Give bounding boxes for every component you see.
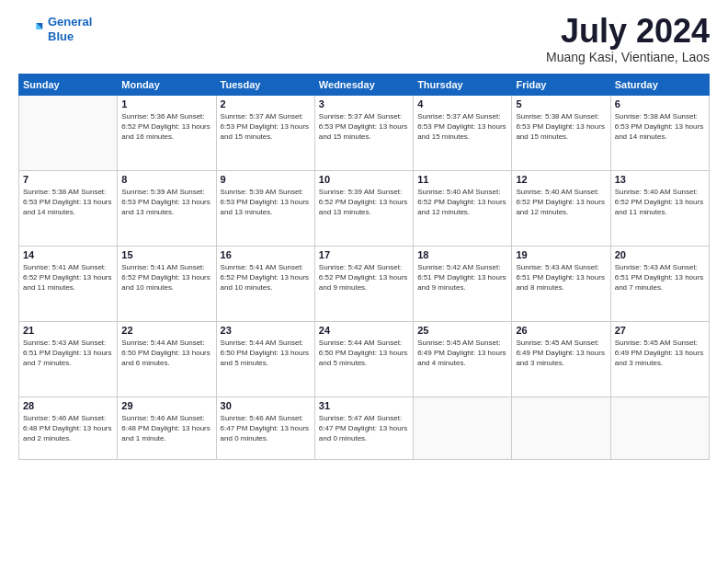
day-number: 12 [516, 174, 606, 185]
table-row: 17Sunrise: 5:42 AM Sunset: 6:52 PM Dayli… [314, 247, 413, 322]
day-number: 26 [516, 325, 606, 336]
logo-line1: General [48, 15, 92, 29]
day-info: Sunrise: 5:37 AM Sunset: 6:53 PM Dayligh… [221, 111, 311, 143]
day-number: 7 [23, 174, 113, 185]
table-row: 14Sunrise: 5:41 AM Sunset: 6:52 PM Dayli… [19, 247, 118, 322]
col-saturday: Saturday [610, 75, 709, 96]
day-info: Sunrise: 5:43 AM Sunset: 6:51 PM Dayligh… [516, 262, 606, 293]
day-info: Sunrise: 5:45 AM Sunset: 6:49 PM Dayligh… [516, 338, 606, 369]
table-row: 1Sunrise: 5:36 AM Sunset: 6:52 PM Daylig… [118, 96, 216, 171]
table-row: 18Sunrise: 5:42 AM Sunset: 6:51 PM Dayli… [414, 247, 512, 322]
day-number: 21 [23, 325, 113, 336]
day-number: 30 [221, 400, 311, 411]
day-number: 4 [417, 98, 507, 109]
table-row: 5Sunrise: 5:38 AM Sunset: 6:53 PM Daylig… [512, 96, 610, 171]
col-thursday: Thursday [414, 75, 512, 96]
day-info: Sunrise: 5:43 AM Sunset: 6:51 PM Dayligh… [23, 338, 113, 369]
day-number: 8 [121, 174, 211, 185]
day-number: 5 [516, 98, 606, 109]
day-number: 16 [221, 249, 311, 260]
table-row: 11Sunrise: 5:40 AM Sunset: 6:52 PM Dayli… [414, 171, 512, 247]
day-info: Sunrise: 5:41 AM Sunset: 6:52 PM Dayligh… [121, 262, 211, 293]
table-row: 8Sunrise: 5:39 AM Sunset: 6:53 PM Daylig… [118, 171, 216, 247]
day-number: 15 [121, 249, 211, 260]
table-row: 19Sunrise: 5:43 AM Sunset: 6:51 PM Dayli… [512, 247, 610, 322]
day-info: Sunrise: 5:47 AM Sunset: 6:47 PM Dayligh… [319, 413, 409, 444]
calendar-table: Sunday Monday Tuesday Wednesday Thursday… [18, 74, 710, 460]
table-row [414, 397, 512, 460]
table-row: 6Sunrise: 5:38 AM Sunset: 6:53 PM Daylig… [610, 96, 709, 171]
table-row: 28Sunrise: 5:46 AM Sunset: 6:48 PM Dayli… [19, 397, 118, 460]
day-number: 1 [121, 98, 211, 109]
day-number: 25 [417, 325, 507, 336]
day-info: Sunrise: 5:37 AM Sunset: 6:53 PM Dayligh… [319, 111, 409, 143]
col-monday: Monday [118, 75, 216, 96]
day-info: Sunrise: 5:40 AM Sunset: 6:52 PM Dayligh… [417, 187, 507, 218]
day-info: Sunrise: 5:41 AM Sunset: 6:52 PM Dayligh… [221, 262, 311, 293]
day-number: 10 [319, 174, 409, 185]
day-info: Sunrise: 5:37 AM Sunset: 6:53 PM Dayligh… [417, 111, 507, 143]
day-number: 24 [319, 325, 409, 336]
title-section: July 2024 Muang Kasi, Vientiane, Laos [546, 15, 710, 64]
table-row: 27Sunrise: 5:45 AM Sunset: 6:49 PM Dayli… [610, 322, 709, 397]
table-row: 4Sunrise: 5:37 AM Sunset: 6:53 PM Daylig… [414, 96, 512, 171]
day-number: 9 [221, 174, 311, 185]
table-row: 31Sunrise: 5:47 AM Sunset: 6:47 PM Dayli… [314, 397, 413, 460]
table-row: 3Sunrise: 5:37 AM Sunset: 6:53 PM Daylig… [314, 96, 413, 171]
table-row: 9Sunrise: 5:39 AM Sunset: 6:53 PM Daylig… [216, 171, 314, 247]
day-info: Sunrise: 5:46 AM Sunset: 6:48 PM Dayligh… [23, 413, 113, 444]
day-info: Sunrise: 5:44 AM Sunset: 6:50 PM Dayligh… [221, 338, 311, 369]
table-row: 22Sunrise: 5:44 AM Sunset: 6:50 PM Dayli… [118, 322, 216, 397]
table-row: 29Sunrise: 5:46 AM Sunset: 6:48 PM Dayli… [118, 397, 216, 460]
day-info: Sunrise: 5:40 AM Sunset: 6:52 PM Dayligh… [615, 187, 705, 218]
day-number: 31 [319, 400, 409, 411]
day-number: 29 [121, 400, 211, 411]
day-info: Sunrise: 5:44 AM Sunset: 6:50 PM Dayligh… [121, 338, 211, 369]
location: Muang Kasi, Vientiane, Laos [546, 50, 710, 64]
day-info: Sunrise: 5:41 AM Sunset: 6:52 PM Dayligh… [23, 262, 113, 293]
table-row: 12Sunrise: 5:40 AM Sunset: 6:52 PM Dayli… [512, 171, 610, 247]
day-number: 22 [121, 325, 211, 336]
table-row: 25Sunrise: 5:45 AM Sunset: 6:49 PM Dayli… [414, 322, 512, 397]
logo-line2: Blue [48, 29, 74, 43]
day-number: 23 [221, 325, 311, 336]
day-info: Sunrise: 5:46 AM Sunset: 6:47 PM Dayligh… [221, 413, 311, 444]
table-row: 21Sunrise: 5:43 AM Sunset: 6:51 PM Dayli… [19, 322, 118, 397]
page: General Blue July 2024 Muang Kasi, Vient… [0, 0, 728, 563]
day-info: Sunrise: 5:38 AM Sunset: 6:53 PM Dayligh… [615, 111, 705, 143]
col-friday: Friday [512, 75, 610, 96]
day-info: Sunrise: 5:39 AM Sunset: 6:53 PM Dayligh… [121, 187, 211, 218]
day-info: Sunrise: 5:43 AM Sunset: 6:51 PM Dayligh… [615, 262, 705, 293]
day-info: Sunrise: 5:39 AM Sunset: 6:52 PM Dayligh… [319, 187, 409, 218]
day-info: Sunrise: 5:42 AM Sunset: 6:51 PM Dayligh… [417, 262, 507, 293]
day-number: 11 [417, 174, 507, 185]
table-row: 16Sunrise: 5:41 AM Sunset: 6:52 PM Dayli… [216, 247, 314, 322]
day-number: 3 [319, 98, 409, 109]
day-info: Sunrise: 5:44 AM Sunset: 6:50 PM Dayligh… [319, 338, 409, 369]
table-row: 24Sunrise: 5:44 AM Sunset: 6:50 PM Dayli… [314, 322, 413, 397]
day-info: Sunrise: 5:38 AM Sunset: 6:53 PM Dayligh… [23, 187, 113, 218]
table-row [610, 397, 709, 460]
day-info: Sunrise: 5:39 AM Sunset: 6:53 PM Dayligh… [221, 187, 311, 218]
table-row: 15Sunrise: 5:41 AM Sunset: 6:52 PM Dayli… [118, 247, 216, 322]
calendar-header-row: Sunday Monday Tuesday Wednesday Thursday… [19, 75, 710, 96]
col-tuesday: Tuesday [216, 75, 314, 96]
day-info: Sunrise: 5:40 AM Sunset: 6:52 PM Dayligh… [516, 187, 606, 218]
table-row: 30Sunrise: 5:46 AM Sunset: 6:47 PM Dayli… [216, 397, 314, 460]
table-row: 23Sunrise: 5:44 AM Sunset: 6:50 PM Dayli… [216, 322, 314, 397]
day-number: 13 [615, 174, 705, 185]
table-row: 20Sunrise: 5:43 AM Sunset: 6:51 PM Dayli… [610, 247, 709, 322]
day-info: Sunrise: 5:46 AM Sunset: 6:48 PM Dayligh… [121, 413, 211, 444]
day-number: 2 [221, 98, 311, 109]
logo: General Blue [18, 15, 92, 43]
logo-icon [18, 17, 44, 42]
table-row [19, 96, 118, 171]
header: General Blue July 2024 Muang Kasi, Vient… [18, 15, 710, 64]
table-row [512, 397, 610, 460]
day-info: Sunrise: 5:38 AM Sunset: 6:53 PM Dayligh… [516, 111, 606, 143]
day-info: Sunrise: 5:45 AM Sunset: 6:49 PM Dayligh… [615, 338, 705, 369]
day-number: 19 [516, 249, 606, 260]
day-number: 18 [417, 249, 507, 260]
table-row: 10Sunrise: 5:39 AM Sunset: 6:52 PM Dayli… [314, 171, 413, 247]
table-row: 13Sunrise: 5:40 AM Sunset: 6:52 PM Dayli… [610, 171, 709, 247]
